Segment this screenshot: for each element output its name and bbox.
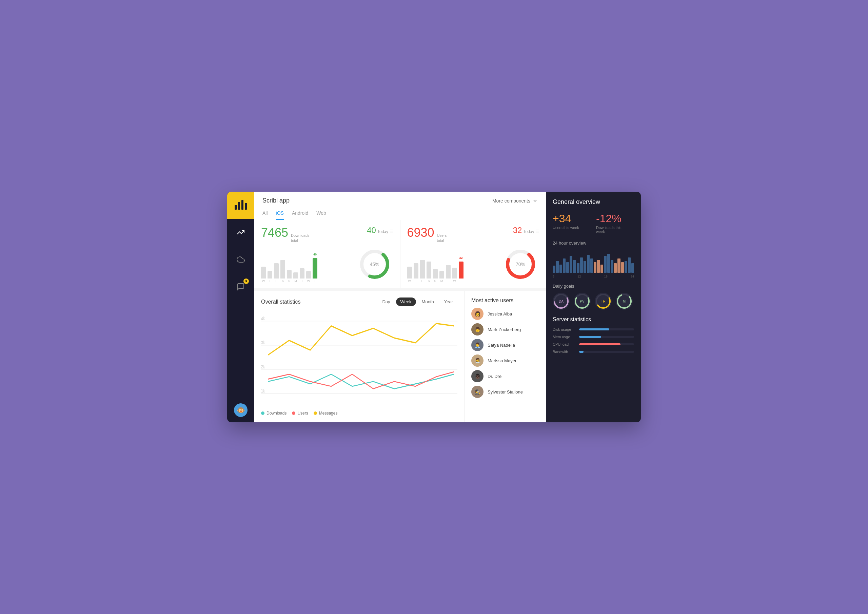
hour-bar — [607, 254, 610, 273]
bar-col: S — [433, 269, 438, 283]
logo-area — [227, 192, 254, 219]
hour-bar — [587, 255, 590, 273]
active-users-title: Most active users — [471, 297, 539, 304]
nav-icons: 9 — [234, 219, 248, 403]
bar-label: T — [447, 279, 449, 283]
bar — [268, 271, 272, 278]
stats-row: 7465 Downloadstotal 40 Today ≡ W T F S — [254, 220, 546, 288]
more-components-button[interactable]: More components — [492, 198, 538, 204]
server-label-bw: Bandwith — [553, 350, 577, 354]
svg-text:1k: 1k — [261, 389, 265, 394]
user-item[interactable]: 👨🏿 Dr. Dre — [471, 370, 539, 382]
period-tabs: Day Week Month Year — [378, 297, 457, 306]
kpi-downloads-value: -12% — [596, 212, 634, 225]
user-item[interactable]: 🕵️ Sylvester Stallone — [471, 386, 539, 398]
period-year[interactable]: Year — [440, 297, 457, 306]
hour-label-12: 12 — [577, 275, 581, 278]
user-avatar[interactable]: 🐵 — [234, 403, 248, 417]
users-today-label: Today — [523, 229, 534, 234]
bar — [414, 263, 418, 278]
bar-label: M — [294, 279, 297, 283]
user-avatar-dre: 👨🏿 — [471, 370, 484, 382]
user-item[interactable]: 👨 Mark Zuckerberg — [471, 323, 539, 336]
user-name-marissa: Marissa Mayer — [488, 358, 516, 363]
tab-web[interactable]: Web — [316, 208, 326, 220]
bar-label: T — [269, 279, 271, 283]
hour-bar — [560, 264, 562, 273]
users-bar-chart: W T F S S M T W 32 T — [407, 255, 499, 283]
downloads-today-label: Today — [377, 229, 388, 234]
hour-bar — [625, 261, 627, 273]
users-menu[interactable]: ≡ — [535, 228, 539, 235]
downloads-today-value: 40 — [367, 225, 376, 235]
bar — [287, 270, 291, 278]
tab-ios[interactable]: iOS — [276, 208, 284, 220]
kpi-users-value: +34 — [553, 212, 591, 225]
bar — [261, 267, 266, 278]
chat-badge: 9 — [243, 278, 249, 284]
bar-col: 40 T — [313, 258, 317, 283]
bar-label: T — [460, 279, 462, 283]
downloads-menu[interactable]: ≡ — [390, 228, 393, 235]
hour-bar-salmon — [600, 264, 603, 273]
user-item[interactable]: 👩‍💼 Marissa Mayer — [471, 354, 539, 367]
svg-text:4k: 4k — [261, 316, 265, 321]
users-card: 6930 Userstotal 32 Today ≡ W T F S — [400, 220, 546, 288]
hour-bar — [563, 258, 566, 273]
bar-label: W — [453, 279, 456, 283]
legend-dot-users — [292, 412, 295, 415]
user-name-dre: Dr. Dre — [488, 374, 501, 379]
users-label: Userstotal — [437, 233, 447, 244]
hour-bar-salmon — [594, 262, 597, 273]
hour-bar — [631, 263, 634, 273]
user-name-stallone: Sylvester Stallone — [488, 389, 523, 395]
user-name-satya: Satya Nadella — [488, 343, 515, 348]
goal-da-label: DA — [559, 300, 564, 303]
bar-label: S — [282, 279, 284, 283]
legend-dot-downloads — [261, 412, 265, 415]
bar-col: S — [287, 270, 291, 283]
hour-label-6: 6 — [553, 275, 554, 278]
bottom-row: Overall statistics Day Week Month Year — [254, 291, 546, 422]
server-row-disk: Disk usage — [553, 327, 634, 331]
period-week[interactable]: Week — [396, 297, 416, 306]
legend-label-users: Users — [298, 411, 308, 415]
server-row-bw: Bandwith — [553, 350, 634, 354]
header: Scribl app More components All iOS Andro… — [254, 192, 546, 220]
hour-bar-salmon — [617, 258, 620, 273]
downloads-bar-chart: W T F S S M T W 40 T — [261, 255, 353, 283]
nav-trend-icon[interactable] — [234, 225, 248, 239]
bar-col: S — [281, 260, 285, 283]
server-row-cpu: CPU load — [553, 342, 634, 347]
kpi-users-label: Users this week — [553, 225, 591, 230]
period-month[interactable]: Month — [417, 297, 439, 306]
nav-cloud-icon[interactable] — [234, 253, 248, 266]
bar-highlight: 32 — [459, 261, 463, 278]
bar-col: T — [446, 265, 451, 283]
header-top: Scribl app More components — [262, 197, 538, 204]
user-item[interactable]: 👨‍💼 Satya Nadella — [471, 339, 539, 351]
goal-pv-label: PV — [580, 300, 584, 303]
users-today-value: 32 — [513, 225, 522, 235]
downloads-card: 7465 Downloadstotal 40 Today ≡ W T F S — [254, 220, 400, 288]
goal-da: DA — [553, 293, 570, 310]
nav-chat-icon[interactable]: 9 — [234, 280, 248, 294]
bar-label: W — [262, 279, 265, 283]
users-donut: 70% — [504, 247, 538, 281]
tab-all[interactable]: All — [262, 208, 268, 220]
hour-bar — [573, 260, 576, 273]
server-label-cpu: CPU load — [553, 342, 577, 347]
downloads-header: 7465 Downloadstotal 40 Today ≡ — [261, 225, 393, 244]
svg-rect-1 — [238, 202, 240, 210]
icon-sidebar: 9 🐵 — [227, 192, 254, 422]
goal-pv: PV — [574, 293, 591, 310]
server-bar-bg-cpu — [579, 343, 634, 345]
tab-android[interactable]: Android — [292, 208, 308, 220]
stats-chart-header: Overall statistics Day Week Month Year — [261, 297, 457, 306]
server-bar-fill-mem — [579, 336, 601, 338]
period-day[interactable]: Day — [378, 297, 394, 306]
user-item[interactable]: 👩 Jessica Alba — [471, 308, 539, 320]
right-panel: General overview +34 Users this week -12… — [546, 192, 641, 422]
hour-bar — [584, 261, 586, 273]
goal-m-label: M — [623, 300, 626, 303]
